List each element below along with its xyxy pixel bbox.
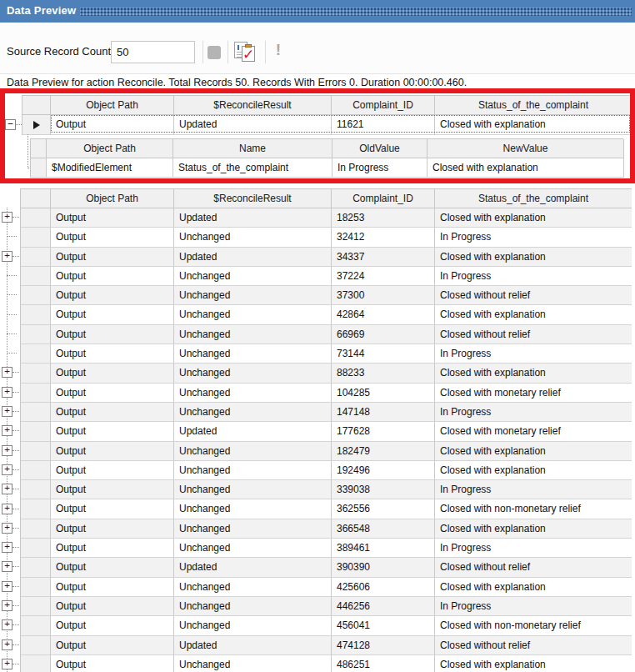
record-row-selector[interactable] <box>21 208 51 228</box>
modification-cell-object-path[interactable]: $ModifiedElement <box>47 158 173 178</box>
record-cell-status[interactable]: Closed with monetary relief <box>435 422 632 441</box>
validate-output-button[interactable]: ✓ <box>234 41 258 64</box>
record-cell-status[interactable]: Closed with explanation <box>435 578 632 597</box>
record-cell-reconcile-result[interactable]: Unchanged <box>174 344 332 364</box>
record-cell-complaint-id[interactable]: 73144 <box>332 344 435 364</box>
record-cell-complaint-id[interactable]: 37300 <box>332 286 435 305</box>
record-cell-object-path[interactable]: Output <box>51 616 174 635</box>
record-cell-complaint-id[interactable]: 11621 <box>332 115 435 135</box>
record-row-selector[interactable] <box>21 519 51 539</box>
record-row-selector[interactable] <box>21 442 51 461</box>
column-header-name[interactable]: Name <box>173 139 332 158</box>
record-cell-status[interactable]: Closed with explanation <box>435 519 632 539</box>
record-row-selector[interactable] <box>21 364 51 383</box>
record-row-selector[interactable] <box>21 384 51 403</box>
record-cell-status[interactable]: Closed with explanation <box>435 364 632 383</box>
record-cell-object-path[interactable]: Output <box>51 208 174 228</box>
record-cell-status[interactable]: Closed with explanation <box>435 115 632 135</box>
expand-icon[interactable]: + <box>2 504 12 514</box>
expand-icon[interactable]: + <box>2 425 12 436</box>
record-cell-object-path[interactable]: Output <box>51 578 174 597</box>
expand-icon[interactable]: + <box>2 464 12 475</box>
column-header-corner[interactable] <box>31 139 47 158</box>
record-cell-complaint-id[interactable]: 486251 <box>332 655 435 672</box>
column-header-corner[interactable] <box>21 189 51 208</box>
record-cell-reconcile-result[interactable]: Updated <box>174 558 332 577</box>
record-cell-reconcile-result[interactable]: Unchanged <box>174 384 332 403</box>
record-cell-reconcile-result[interactable]: Unchanged <box>174 597 332 616</box>
record-cell-reconcile-result[interactable]: Unchanged <box>174 616 332 635</box>
record-cell-object-path[interactable]: Output <box>51 286 174 305</box>
modification-row-selector[interactable] <box>31 158 47 178</box>
record-cell-status[interactable]: Closed with explanation <box>435 248 632 267</box>
record-cell-status[interactable]: In Progress <box>435 597 632 616</box>
record-cell-reconcile-result[interactable]: Updated <box>174 636 332 655</box>
record-row-selector[interactable] <box>21 616 51 635</box>
modification-cell-name[interactable]: Status_of_the_complaint <box>173 158 332 178</box>
modification-cell-new-value[interactable]: Closed with explanation <box>428 158 624 178</box>
column-header-object-path[interactable]: Object Path <box>51 96 174 115</box>
column-header-old-value[interactable]: OldValue <box>332 139 428 158</box>
warning-button[interactable]: ! <box>271 41 286 64</box>
record-cell-complaint-id[interactable]: 147148 <box>332 403 435 422</box>
record-row-selector[interactable] <box>21 636 51 655</box>
record-cell-object-path[interactable]: Output <box>51 384 174 403</box>
record-cell-status[interactable]: Closed with explanation <box>435 208 632 228</box>
record-cell-complaint-id[interactable]: 456041 <box>332 616 435 635</box>
record-cell-reconcile-result[interactable]: Unchanged <box>174 325 332 344</box>
column-header-status[interactable]: Status_of_the_complaint <box>435 96 632 115</box>
record-cell-object-path[interactable]: Output <box>51 325 174 344</box>
record-cell-complaint-id[interactable]: 104285 <box>332 384 435 403</box>
record-cell-reconcile-result[interactable]: Unchanged <box>174 305 332 324</box>
record-cell-reconcile-result[interactable]: Unchanged <box>174 442 332 461</box>
expand-icon[interactable]: + <box>2 619 12 630</box>
record-cell-status[interactable]: Closed without relief <box>435 325 632 344</box>
column-header-object-path[interactable]: Object Path <box>47 139 173 158</box>
record-cell-complaint-id[interactable]: 177628 <box>332 422 435 441</box>
record-cell-status[interactable]: Closed without relief <box>435 286 632 305</box>
record-cell-reconcile-result[interactable]: Unchanged <box>174 461 332 480</box>
record-cell-status[interactable]: In Progress <box>435 267 632 286</box>
record-cell-reconcile-result[interactable]: Unchanged <box>174 286 332 305</box>
record-cell-complaint-id[interactable]: 389461 <box>332 539 435 558</box>
record-row-selector[interactable] <box>21 325 51 344</box>
record-row-selector[interactable] <box>21 228 51 247</box>
record-cell-reconcile-result[interactable]: Unchanged <box>174 519 332 539</box>
record-cell-complaint-id[interactable]: 366548 <box>332 519 435 539</box>
panel-titlebar[interactable]: Data Preview <box>0 0 635 23</box>
expand-icon[interactable]: + <box>2 600 12 611</box>
column-header-complaint-id[interactable]: Complaint_ID <box>332 96 435 115</box>
record-cell-status[interactable]: In Progress <box>435 480 632 499</box>
record-row-selector[interactable] <box>21 655 51 672</box>
record-cell-complaint-id[interactable]: 339038 <box>332 480 435 499</box>
record-cell-status[interactable]: Closed with explanation <box>435 461 632 480</box>
record-row-selector[interactable] <box>21 499 51 519</box>
record-row-selector[interactable] <box>21 539 51 558</box>
expand-icon[interactable]: + <box>2 367 12 378</box>
record-cell-object-path[interactable]: Output <box>51 539 174 558</box>
record-cell-reconcile-result[interactable]: Unchanged <box>174 364 332 383</box>
expand-icon[interactable]: + <box>2 542 12 553</box>
record-cell-status[interactable]: Closed with explanation <box>435 655 632 672</box>
record-row-selector[interactable] <box>21 461 51 480</box>
record-cell-complaint-id[interactable]: 182479 <box>332 442 435 461</box>
record-row-selector[interactable] <box>21 305 51 324</box>
record-cell-object-path[interactable]: Output <box>51 519 174 539</box>
record-cell-reconcile-result[interactable]: Unchanged <box>174 655 332 672</box>
expand-icon[interactable]: + <box>2 581 12 592</box>
record-cell-object-path[interactable]: Output <box>51 442 174 461</box>
expand-icon[interactable]: + <box>2 484 12 494</box>
record-cell-reconcile-result[interactable]: Unchanged <box>174 267 332 286</box>
expand-icon[interactable]: + <box>2 406 12 417</box>
record-cell-reconcile-result[interactable]: Updated <box>174 422 332 441</box>
record-cell-complaint-id[interactable]: 18253 <box>332 208 435 228</box>
record-row-selector[interactable] <box>21 344 51 364</box>
expand-icon[interactable]: + <box>2 445 12 456</box>
record-cell-object-path[interactable]: Output <box>51 267 174 286</box>
record-cell-status[interactable]: Closed with non-monetary relief <box>435 499 632 519</box>
record-cell-reconcile-result[interactable]: Updated <box>174 208 332 228</box>
record-cell-reconcile-result[interactable]: Unchanged <box>174 480 332 499</box>
record-cell-status[interactable]: In Progress <box>435 344 632 364</box>
record-cell-status[interactable]: In Progress <box>435 228 632 247</box>
record-cell-complaint-id[interactable]: 446256 <box>332 597 435 616</box>
